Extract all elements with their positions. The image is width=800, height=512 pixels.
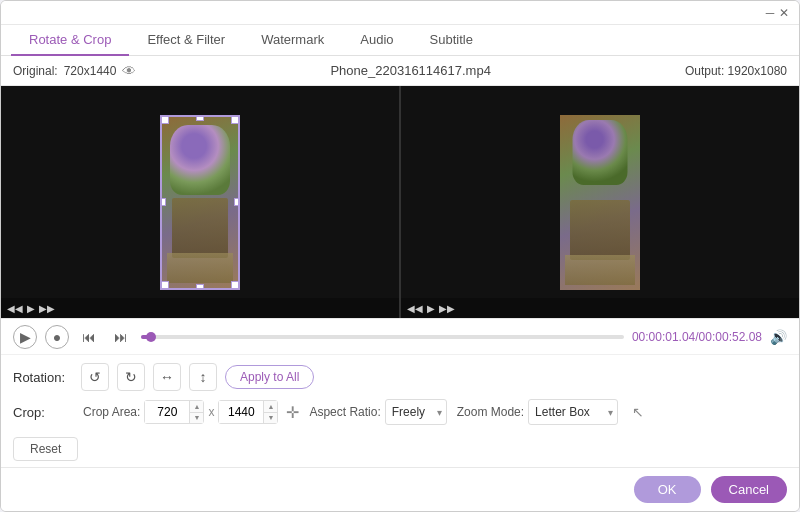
aspect-ratio-group: Aspect Ratio: Freely 16:9 4:3 1:1 9:16 bbox=[309, 399, 446, 425]
zoom-mode-group: Zoom Mode: Letter Box Pan & Scan Full bbox=[457, 399, 618, 425]
crop-width-down[interactable]: ▼ bbox=[190, 413, 203, 424]
tab-audio[interactable]: Audio bbox=[342, 25, 411, 56]
video-thumb-right bbox=[560, 115, 640, 290]
rotate-ccw-button[interactable]: ↺ bbox=[81, 363, 109, 391]
mini-prev[interactable]: ◀◀ bbox=[7, 303, 23, 314]
rotate-cw-button[interactable]: ↻ bbox=[117, 363, 145, 391]
reset-button[interactable]: Reset bbox=[13, 437, 78, 461]
mini-prev-r[interactable]: ◀◀ bbox=[407, 303, 423, 314]
edit-controls: Rotation: ↺ ↻ ↔ ↕ Apply to All Crop: Cro… bbox=[1, 354, 799, 433]
zoom-mode-select-wrap: Letter Box Pan & Scan Full bbox=[528, 399, 618, 425]
tab-subtitle[interactable]: Subtitle bbox=[412, 25, 491, 56]
crop-width-field: ▲ ▼ bbox=[144, 400, 204, 424]
next-button[interactable]: ⏭ bbox=[109, 325, 133, 349]
ok-button[interactable]: OK bbox=[634, 476, 701, 503]
tab-effect-filter[interactable]: Effect & Filter bbox=[129, 25, 243, 56]
prev-button[interactable]: ⏮ bbox=[77, 325, 101, 349]
original-info: Original: 720x1440 👁 bbox=[13, 63, 136, 79]
aspect-ratio-label: Aspect Ratio: bbox=[309, 405, 380, 419]
play-button[interactable]: ▶ bbox=[13, 325, 37, 349]
flip-v-button[interactable]: ↕ bbox=[189, 363, 217, 391]
cross-move-icon: ✛ bbox=[286, 403, 299, 422]
crop-handle-ml[interactable] bbox=[160, 198, 166, 206]
mini-next-r[interactable]: ▶▶ bbox=[439, 303, 455, 314]
crop-height-up[interactable]: ▲ bbox=[264, 401, 277, 413]
info-bar: Original: 720x1440 👁 Phone_220316114617.… bbox=[1, 56, 799, 86]
preview-right-bar: ◀◀ ▶ ▶▶ bbox=[401, 298, 799, 318]
aspect-ratio-select[interactable]: Freely 16:9 4:3 1:1 9:16 bbox=[385, 399, 447, 425]
aspect-ratio-select-wrap: Freely 16:9 4:3 1:1 9:16 bbox=[385, 399, 447, 425]
rotation-label: Rotation: bbox=[13, 370, 73, 385]
title-bar: ─ ✕ bbox=[1, 1, 799, 25]
flowers-right bbox=[573, 120, 628, 185]
original-label: Original: bbox=[13, 64, 58, 78]
close-button[interactable]: ✕ bbox=[777, 6, 791, 20]
flip-h-button[interactable]: ↔ bbox=[153, 363, 181, 391]
mini-next[interactable]: ▶▶ bbox=[39, 303, 55, 314]
mini-play-r[interactable]: ▶ bbox=[427, 303, 435, 314]
tab-watermark[interactable]: Watermark bbox=[243, 25, 342, 56]
progress-thumb bbox=[146, 332, 156, 342]
crop-width-input[interactable] bbox=[145, 401, 189, 423]
cursor-icon: ↖ bbox=[632, 404, 644, 420]
crop-height-field: ▲ ▼ bbox=[218, 400, 278, 424]
progress-bar[interactable] bbox=[141, 335, 624, 339]
mini-play[interactable]: ▶ bbox=[27, 303, 35, 314]
flowers-left bbox=[170, 125, 230, 195]
video-thumb-left bbox=[160, 115, 240, 290]
tab-bar: Rotate & Crop Effect & Filter Watermark … bbox=[1, 25, 799, 56]
apply-to-all-button[interactable]: Apply to All bbox=[225, 365, 314, 389]
time-display: 00:00:01.04/00:00:52.08 bbox=[632, 330, 762, 344]
crop-handle-tl[interactable] bbox=[161, 116, 169, 124]
output-info: Output: 1920x1080 bbox=[685, 64, 787, 78]
crop-handle-br[interactable] bbox=[231, 281, 239, 289]
preview-left: ◀◀ ▶ ▶▶ bbox=[1, 86, 399, 318]
footer: OK Cancel bbox=[1, 467, 799, 511]
crop-height-spinners: ▲ ▼ bbox=[263, 401, 277, 423]
crop-area-label: Crop Area: bbox=[83, 405, 140, 419]
crop-row: Crop: Crop Area: ▲ ▼ x ▲ ▼ bbox=[13, 399, 787, 425]
minimize-button[interactable]: ─ bbox=[763, 6, 777, 20]
crop-handle-mt[interactable] bbox=[196, 115, 204, 121]
preview-right: ◀◀ ▶ ▶▶ bbox=[401, 86, 799, 318]
cancel-button[interactable]: Cancel bbox=[711, 476, 787, 503]
crop-label: Crop: bbox=[13, 405, 73, 420]
crop-handle-bl[interactable] bbox=[161, 281, 169, 289]
volume-icon[interactable]: 🔊 bbox=[770, 329, 787, 345]
original-res: 720x1440 bbox=[64, 64, 117, 78]
stop-button[interactable]: ● bbox=[45, 325, 69, 349]
crop-handle-tr[interactable] bbox=[231, 116, 239, 124]
main-window: ─ ✕ Rotate & Crop Effect & Filter Waterm… bbox=[0, 0, 800, 512]
zoom-mode-label: Zoom Mode: bbox=[457, 405, 524, 419]
crop-area-group: Crop Area: ▲ ▼ x ▲ ▼ ✛ bbox=[83, 400, 299, 424]
preview-left-bar: ◀◀ ▶ ▶▶ bbox=[1, 298, 399, 318]
crop-height-down[interactable]: ▼ bbox=[264, 413, 277, 424]
crop-width-up[interactable]: ▲ bbox=[190, 401, 203, 413]
preview-area: ◀◀ ▶ ▶▶ ◀◀ ▶ ▶▶ bbox=[1, 86, 799, 318]
x-separator: x bbox=[208, 405, 214, 419]
crop-width-spinners: ▲ ▼ bbox=[189, 401, 203, 423]
tab-rotate-crop[interactable]: Rotate & Crop bbox=[11, 25, 129, 56]
eye-icon[interactable]: 👁 bbox=[122, 63, 136, 79]
zoom-mode-select[interactable]: Letter Box Pan & Scan Full bbox=[528, 399, 618, 425]
filename: Phone_220316114617.mp4 bbox=[136, 63, 685, 78]
reset-row: Reset bbox=[1, 433, 799, 467]
crop-handle-mr[interactable] bbox=[234, 198, 240, 206]
rotation-row: Rotation: ↺ ↻ ↔ ↕ Apply to All bbox=[13, 363, 787, 391]
crop-handle-mb[interactable] bbox=[196, 284, 204, 290]
crop-height-input[interactable] bbox=[219, 401, 263, 423]
playback-controls: ▶ ● ⏮ ⏭ 00:00:01.04/00:00:52.08 🔊 bbox=[1, 318, 799, 354]
